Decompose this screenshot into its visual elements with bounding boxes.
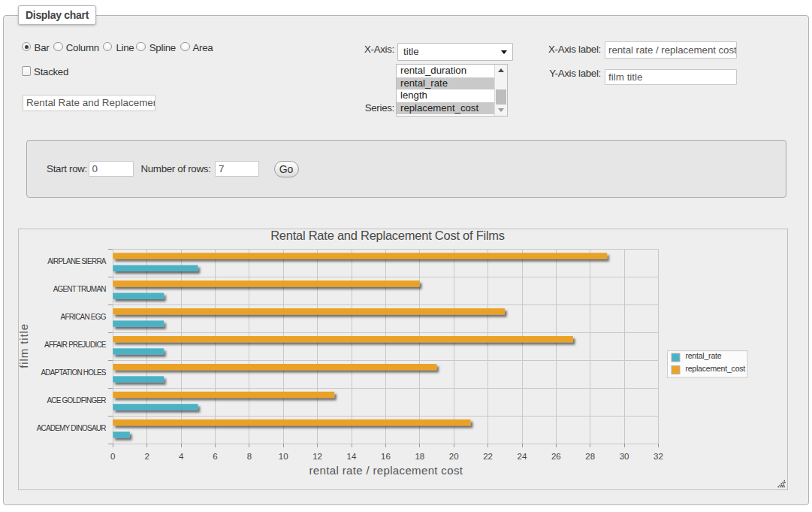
svg-text:20: 20: [449, 452, 459, 461]
svg-text:30: 30: [620, 452, 629, 461]
svg-text:22: 22: [483, 452, 493, 461]
svg-text:Rental Rate and Replacement Co: Rental Rate and Replacement Cost of Film…: [270, 229, 505, 242]
svg-text:32: 32: [654, 452, 663, 461]
svg-text:ACE GOLDFINGER: ACE GOLDFINGER: [47, 396, 106, 404]
svg-text:8: 8: [247, 452, 252, 461]
svg-text:rental rate / replacement cost: rental rate / replacement cost: [309, 464, 463, 477]
svg-text:18: 18: [415, 452, 424, 461]
svg-text:ADAPTATION HOLES: ADAPTATION HOLES: [41, 368, 106, 377]
svg-text:14: 14: [347, 452, 357, 461]
svg-text:replacement_cost: replacement_cost: [685, 364, 745, 373]
svg-text:film title: film title: [19, 323, 30, 368]
svg-text:AFFAIR PREJUDICE: AFFAIR PREJUDICE: [44, 341, 107, 349]
svg-text:16: 16: [381, 452, 391, 461]
svg-text:2: 2: [144, 452, 149, 461]
svg-text:AIRPLANE SIERRA: AIRPLANE SIERRA: [47, 258, 107, 266]
svg-text:12: 12: [312, 452, 322, 461]
svg-text:4: 4: [179, 452, 184, 461]
svg-text:AFRICAN EGG: AFRICAN EGG: [61, 314, 107, 322]
svg-text:10: 10: [279, 452, 288, 461]
svg-text:6: 6: [213, 452, 217, 461]
svg-text:28: 28: [585, 452, 595, 461]
svg-text:24: 24: [518, 452, 527, 461]
svg-text:26: 26: [551, 452, 561, 461]
svg-text:0: 0: [110, 452, 115, 461]
svg-text:AGENT TRUMAN: AGENT TRUMAN: [53, 286, 107, 294]
svg-text:ACADEMY DINOSAUR: ACADEMY DINOSAUR: [37, 424, 107, 432]
svg-text:rental_rate: rental_rate: [685, 352, 721, 361]
